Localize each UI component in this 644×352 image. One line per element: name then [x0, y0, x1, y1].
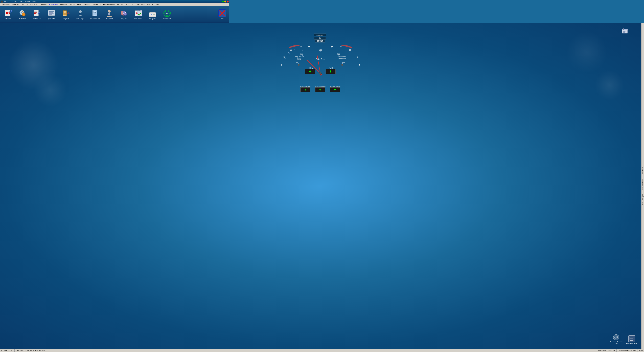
menu-patient-counseling[interactable]: Patient Counseling: [100, 3, 116, 6]
exit-label: Exit: [221, 18, 224, 20]
menu-third-party[interactable]: Third Party: [29, 3, 39, 6]
svg-text:Rx: Rx: [136, 12, 138, 15]
svg-rect-17: [49, 11, 54, 12]
new-rx-label: New F9: [6, 18, 11, 20]
drug-label: Drug F5: [121, 18, 126, 20]
maximize-button[interactable]: [224, 1, 226, 3]
queue-label: Queue F3: [48, 18, 55, 20]
menu-med-sync[interactable]: Med Sync: [12, 3, 21, 6]
menu-utilities[interactable]: Utilities: [92, 3, 99, 6]
svg-text:BIN: BIN: [152, 14, 156, 16]
svg-rect-18: [49, 12, 53, 13]
svg-text:Rx: Rx: [6, 11, 10, 15]
menu-package-check[interactable]: Package Check: [116, 3, 130, 6]
menu-accounts[interactable]: Accounts: [82, 3, 91, 6]
menu-description[interactable]: Description: [1, 3, 11, 6]
rph-login-button[interactable]: RPH RPh Log In: [74, 7, 87, 22]
menu-crx[interactable]: CRx: [130, 3, 135, 6]
exit-button[interactable]: Exit: [216, 7, 228, 22]
svg-rect-19: [49, 13, 54, 14]
menu-clock-in[interactable]: Clock In: [146, 3, 154, 6]
edit-rx-label: Edit Rx F11: [33, 18, 41, 20]
logout-label: Log Out: [63, 18, 69, 20]
edit-rx-button[interactable]: Rx Edit Rx F11: [30, 7, 44, 22]
svg-text:Rx: Rx: [34, 11, 38, 14]
menu-file-maint[interactable]: File Maint.: [59, 3, 69, 6]
svg-point-29: [108, 10, 111, 13]
svg-rect-30: [108, 13, 110, 15]
svg-text:Rx: Rx: [21, 12, 22, 14]
menu-web-setup[interactable]: Web Setup: [136, 3, 146, 6]
svg-rect-21: [50, 16, 53, 16]
refill-button[interactable]: Rx Refill F10: [16, 7, 30, 22]
svg-text:RPH: RPH: [79, 13, 82, 14]
prescriber-button[interactable]: MD Prescriber F2: [88, 7, 102, 22]
menu-groups[interactable]: Groups: [21, 3, 29, 6]
assign-bin-button[interactable]: A BIN Assign Bin: [146, 7, 160, 22]
drug-button[interactable]: Drug F5: [117, 7, 130, 22]
svg-rect-38: [150, 12, 155, 13]
prescriber-label: Prescriber F2: [90, 18, 100, 20]
svg-text:360: 360: [165, 13, 168, 15]
svg-rect-20: [49, 14, 52, 15]
patient-label: Patient F4: [106, 18, 113, 20]
rph-login-label: RPh Log In: [76, 18, 84, 20]
refill-label: Refill F10: [19, 18, 26, 20]
menu-bar: Description Med Sync Groups Third Party …: [0, 3, 229, 6]
menu-add-rx-queue[interactable]: Add Rx Queue: [69, 3, 82, 6]
clinical-360-button[interactable]: 360 Clinical 360: [160, 7, 174, 22]
menu-help[interactable]: Help: [154, 3, 160, 6]
assign-bin-label: Assign Bin: [149, 18, 156, 20]
menu-inventory[interactable]: ⊕ Inventory: [48, 3, 58, 6]
app-icon: ⬛: [1, 1, 3, 3]
logout-button[interactable]: Log Out: [59, 7, 73, 22]
final-check-label: Final Check: [134, 18, 142, 20]
toolbar: Rx New F9 Rx Refill F10 Rx: [0, 6, 229, 23]
clinical-360-label: Clinical 360: [163, 18, 171, 20]
queue-button[interactable]: Queue F3: [45, 7, 58, 22]
new-rx-button[interactable]: Rx New F9: [1, 7, 15, 22]
final-check-button[interactable]: Rx Final Check: [131, 7, 145, 22]
svg-text:A: A: [150, 14, 152, 16]
close-button[interactable]: [227, 1, 229, 3]
main-content: TODAY'S RX QUEUE BEST RX WEB REFILL: [0, 23, 229, 129]
svg-point-23: [64, 11, 66, 13]
title-bar: ⬛ Rx1: v32.7.0.33037 User: JORDAN ADAMS: [0, 0, 229, 3]
minimize-button[interactable]: [222, 1, 224, 3]
menu-reports[interactable]: Reports: [40, 3, 48, 6]
title-bar-text: Rx1: v32.7.0.33037 User: JORDAN ADAMS: [4, 1, 36, 3]
svg-text:MD: MD: [94, 11, 96, 13]
patient-button[interactable]: Patient F4: [102, 7, 116, 22]
